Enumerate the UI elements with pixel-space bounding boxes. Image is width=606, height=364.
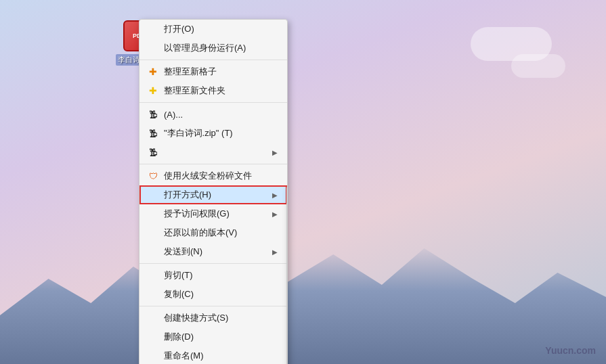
separator-4 (139, 263, 287, 264)
menu-item-create-shortcut[interactable]: 创建快捷方式(S) (139, 309, 287, 327)
menu-item-copy[interactable]: 复制(C) (139, 285, 287, 304)
separator-3 (139, 164, 287, 164)
submenu-item-edge[interactable]: e Microsoft Edge (287, 251, 288, 273)
menu-item-arrange-grid[interactable]: ✚ 整理至新格子 (139, 62, 287, 81)
compress-zip-icon: 🗜 (146, 127, 160, 139)
create-shortcut-label: 创建快捷方式(S) (164, 312, 228, 324)
admin-icon (146, 42, 160, 54)
menu-item-grant-access[interactable]: 授予访问权限(G) ▶ (139, 204, 287, 223)
menu-item-open[interactable]: 打开(O) (139, 20, 287, 39)
menu-item-admin-label: 以管理员身份运行(A) (164, 42, 246, 54)
open-icon (146, 23, 160, 35)
background-mountains (0, 242, 606, 364)
submenu-item-store[interactable]: 🏪 搜索 Microsoft Store(S) (287, 359, 288, 364)
compress-more-arrow: ▶ (272, 149, 278, 156)
submenu-item-xingyuan[interactable]: ★ 星愿浏览器 (287, 316, 288, 338)
grant-access-arrow: ▶ (272, 210, 278, 218)
menu-item-compress-more[interactable]: 🗜 ▶ (139, 143, 287, 162)
menu-item-compress-zip[interactable]: 🗜 "李白诗词.zip" (T) (139, 124, 287, 143)
arrange-grid-icon: ✚ (146, 66, 160, 78)
menu-item-compress-a[interactable]: 🗜 (A)... (139, 105, 287, 124)
arrange-folder-icon: ✚ (146, 85, 160, 97)
compress-a-label: (A)... (164, 110, 183, 120)
rename-label: 重命名(M) (164, 350, 204, 362)
menu-item-rename[interactable]: 重命名(M) (139, 346, 287, 364)
firewall-label: 使用火绒安全粉碎文件 (164, 170, 252, 182)
background-cloud2 (511, 54, 565, 78)
context-menu: 打开(O) 以管理员身份运行(A) ✚ 整理至新格子 ✚ 整理至新文件夹 🗜 (… (139, 19, 288, 364)
open-with-icon (146, 189, 160, 201)
watermark: Yuucn.com (545, 345, 596, 356)
menu-item-firewall[interactable]: 🛡 使用火绒安全粉碎文件 (139, 166, 287, 185)
menu-item-send-to[interactable]: 发送到(N) ▶ (139, 242, 287, 261)
send-to-arrow: ▶ (272, 248, 278, 256)
grant-access-icon (146, 208, 160, 220)
copy-icon (146, 288, 160, 300)
open-with-arrow: ▶ (272, 191, 278, 199)
compress-more-icon: 🗜 (146, 146, 160, 158)
separator-2 (139, 102, 287, 103)
cut-label: 剪切(T) (164, 269, 193, 281)
menu-item-restore[interactable]: 还原以前的版本(V) (139, 223, 287, 242)
open-with-label: 打开方式(H) (164, 189, 211, 201)
menu-item-run-as-admin[interactable]: 以管理员身份运行(A) (139, 39, 287, 58)
menu-item-delete[interactable]: 删除(D) (139, 327, 287, 346)
restore-label: 还原以前的版本(V) (164, 227, 237, 239)
send-to-label: 发送到(N) (164, 246, 202, 258)
menu-item-open-with[interactable]: 打开方式(H) ▶ e 360安全浏览器 C Cent Browser Goog… (139, 185, 287, 204)
cut-icon (146, 269, 160, 281)
delete-icon (146, 331, 160, 343)
menu-item-open-label: 打开(O) (164, 23, 194, 35)
copy-label: 复制(C) (164, 288, 194, 300)
submenu-item-lightpdf[interactable]: PDF 轻快PDF阅读器 (287, 294, 288, 316)
delete-label: 删除(D) (164, 331, 194, 343)
firewall-icon: 🛡 (146, 170, 160, 182)
open-with-submenu: e 360安全浏览器 C Cent Browser Google Chrome … (286, 185, 288, 364)
submenu-item-jspdf[interactable]: P 迅捷PDF编辑器 (287, 338, 288, 359)
compress-a-icon: 🗜 (146, 108, 160, 120)
restore-icon (146, 227, 160, 239)
separator-5 (139, 306, 287, 306)
separator-1 (139, 60, 287, 60)
rename-icon (146, 350, 160, 362)
compress-zip-label: "李白诗词.zip" (T) (164, 127, 233, 139)
submenu-item-cent[interactable]: C Cent Browser (287, 208, 288, 229)
menu-item-arrange-folder[interactable]: ✚ 整理至新文件夹 (139, 81, 287, 100)
submenu-item-wps[interactable]: W WPS Office (287, 273, 288, 294)
arrange-folder-label: 整理至新文件夹 (164, 85, 225, 97)
send-to-icon (146, 246, 160, 258)
create-shortcut-icon (146, 312, 160, 324)
submenu-item-chrome[interactable]: Google Chrome (287, 229, 288, 251)
grant-access-label: 授予访问权限(G) (164, 208, 230, 220)
menu-item-cut[interactable]: 剪切(T) (139, 266, 287, 285)
arrange-grid-label: 整理至新格子 (164, 66, 217, 78)
submenu-item-360[interactable]: e 360安全浏览器 (287, 186, 288, 208)
